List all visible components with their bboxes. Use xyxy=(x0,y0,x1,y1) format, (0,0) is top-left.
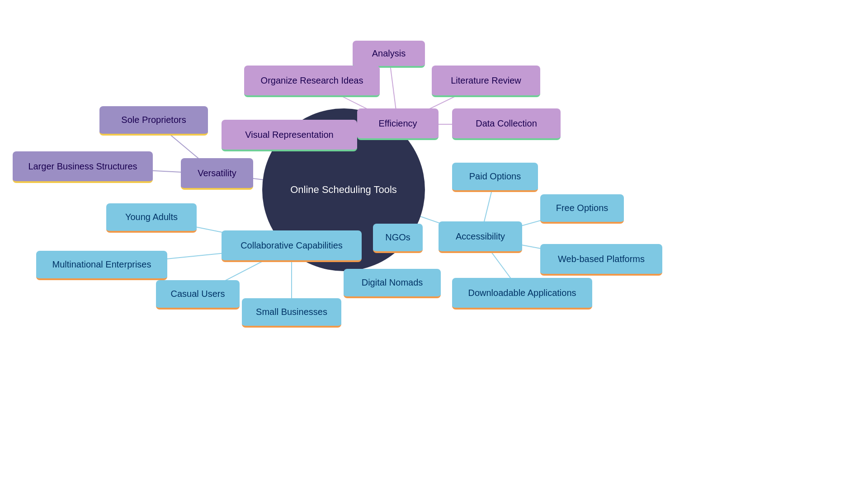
node-accessibility[interactable]: Accessibility xyxy=(439,221,522,253)
node-efficiency[interactable]: Efficiency xyxy=(357,108,439,140)
node-young[interactable]: Young Adults xyxy=(106,203,197,233)
mind-map-canvas: Online Scheduling Tools AnalysisOrganize… xyxy=(0,0,868,488)
node-sole[interactable]: Sole Proprietors xyxy=(99,106,208,136)
node-visual[interactable]: Visual Representation xyxy=(222,120,357,151)
node-webbased[interactable]: Web-based Platforms xyxy=(540,244,662,276)
node-organize[interactable]: Organize Research Ideas xyxy=(244,66,380,97)
node-digital[interactable]: Digital Nomads xyxy=(344,269,441,298)
node-literature[interactable]: Literature Review xyxy=(432,66,540,97)
node-multi[interactable]: Multinational Enterprises xyxy=(36,251,167,280)
node-analysis[interactable]: Analysis xyxy=(353,41,425,68)
node-casual[interactable]: Casual Users xyxy=(156,280,240,310)
node-versatility[interactable]: Versatility xyxy=(181,158,253,190)
node-small[interactable]: Small Businesses xyxy=(242,298,341,328)
node-datacollection[interactable]: Data Collection xyxy=(452,108,561,140)
node-larger[interactable]: Larger Business Structures xyxy=(13,151,153,183)
node-ngos[interactable]: NGOs xyxy=(373,224,423,253)
node-collab[interactable]: Collaborative Capabilities xyxy=(222,230,362,262)
node-free[interactable]: Free Options xyxy=(540,194,624,224)
node-downloadable[interactable]: Downloadable Applications xyxy=(452,278,592,310)
node-paid[interactable]: Paid Options xyxy=(452,163,538,192)
